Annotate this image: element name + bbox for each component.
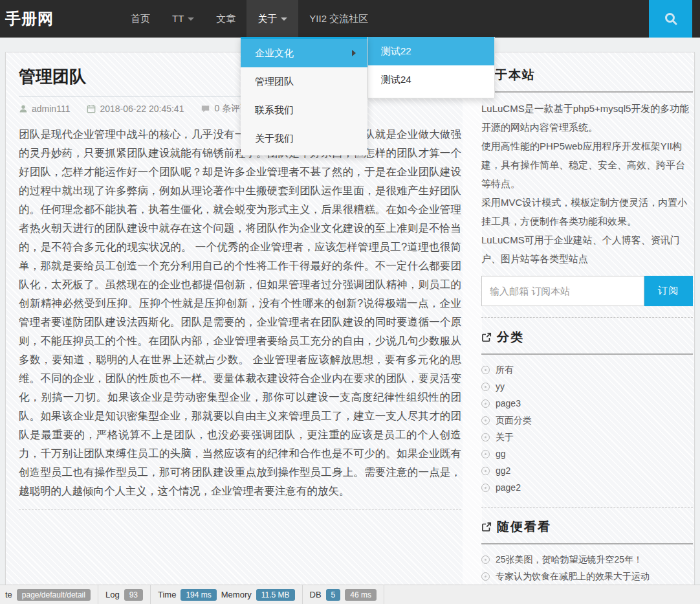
category-item[interactable]: 页面分类	[481, 412, 693, 429]
debug-toolbar: te page/default/detail Log 93 Time 194 m…	[0, 585, 700, 604]
about-site-heading: 关于本站	[481, 67, 693, 93]
nav-item-label: TT	[172, 0, 184, 38]
debug-route-block[interactable]: te page/default/detail	[0, 585, 98, 604]
category-item[interactable]: gg2	[481, 462, 693, 479]
circle-bullet-icon	[481, 399, 490, 408]
sidebar-divider	[481, 507, 693, 508]
submenu-item-label: 测试22	[381, 45, 411, 56]
dropdown-item[interactable]: 联系我们	[241, 96, 367, 124]
submenu-item[interactable]: 测试22	[368, 37, 494, 65]
category-label: yy	[496, 378, 505, 395]
about-site-line: LuLuCMS可用于企业建站、个人博客、资讯门户、图片站等各类型站点	[481, 230, 693, 268]
debug-time-memory-block[interactable]: Time 194 ms Memory 11.5 MB	[151, 585, 303, 604]
subscribe-button[interactable]: 订阅	[644, 276, 693, 306]
nav-item-label: 关于	[257, 0, 277, 38]
category-label: page2	[496, 479, 521, 496]
category-item[interactable]: gg	[481, 445, 693, 462]
circle-bullet-icon	[481, 416, 490, 425]
category-item[interactable]: 所有	[481, 361, 693, 378]
caret-right-icon	[352, 50, 356, 56]
random-label: 专家认为饮食在减肥上的效果大于运动	[496, 568, 650, 585]
author-name[interactable]: admin111	[32, 104, 70, 114]
random-title: 随便看看	[497, 519, 551, 535]
dropdown-item-label: 管理团队	[255, 67, 294, 96]
sidebar-divider	[481, 317, 693, 318]
debug-db-block[interactable]: DB 5 46 ms	[303, 585, 384, 604]
dropdown-item-label: 联系我们	[255, 96, 294, 124]
dropdown-item-label: 企业文化	[255, 39, 294, 67]
categories-title: 分类	[497, 329, 524, 346]
circle-bullet-icon	[481, 572, 490, 581]
submenu-item[interactable]: 测试24	[368, 65, 494, 94]
site-logo[interactable]: 手册网	[5, 0, 54, 38]
db-time-badge: 46 ms	[345, 589, 377, 601]
time-label: Time	[158, 590, 176, 599]
article-divider	[19, 509, 461, 510]
category-label: page3	[496, 395, 521, 412]
category-label: gg	[496, 445, 506, 462]
debug-log-block[interactable]: Log 93	[98, 585, 151, 604]
publish-date: 2018-06-22 20:45:41	[100, 104, 184, 114]
nav-item[interactable]: 首页	[120, 0, 161, 38]
about-site-line: LuLuCMS是一款基于php5+mysql5开发的多功能开源的网站内容管理系统…	[481, 99, 693, 137]
memory-badge: 11.5 MB	[256, 589, 295, 601]
top-navbar: 手册网 首页 TT 文章 关于 YII2 交流社区	[0, 0, 700, 38]
categories-heading: 分类	[481, 329, 693, 355]
log-badge: 93	[124, 589, 143, 601]
categories-list: 所有 yy page3 页面分类	[481, 361, 693, 496]
search-icon	[663, 11, 679, 27]
random-item[interactable]: 专家认为饮食在减肥上的效果大于运动	[481, 568, 693, 585]
circle-bullet-icon	[481, 383, 490, 391]
nav-item-label: YII2 交流社区	[309, 0, 368, 38]
nav-item[interactable]: YII2 交流社区	[298, 0, 379, 38]
main-menu: 首页 TT 文章 关于 YII2 交流社区	[120, 0, 379, 38]
date-meta: 2018-06-22 20:45:41	[87, 104, 184, 114]
category-label: gg2	[496, 462, 510, 479]
category-label: 所有	[496, 361, 514, 378]
caret-down-icon	[188, 17, 194, 21]
random-item[interactable]: 25张美图，贺哈勃望远镜升空25年！	[481, 551, 693, 568]
dropdown-item[interactable]: 管理团队	[241, 67, 367, 96]
category-item[interactable]: yy	[481, 378, 693, 395]
memory-label: Memory	[221, 590, 252, 599]
article-body: 团队是现代企业管理中战斗的核心，几乎没有一个企业不讲团队，似乎团队就是企业做大做…	[19, 125, 461, 500]
circle-bullet-icon	[481, 484, 490, 492]
user-icon	[19, 104, 28, 113]
dropdown-item[interactable]: 关于我们	[241, 124, 367, 153]
circle-bullet-icon	[481, 366, 490, 374]
category-label: 关于	[496, 429, 514, 445]
calendar-icon	[87, 104, 96, 113]
log-label: Log	[105, 590, 120, 599]
about-site-text: LuLuCMS是一款基于php5+mysql5开发的多功能开源的网站内容管理系统…	[481, 99, 693, 268]
dropdown-submenu: 测试22 测试24	[367, 37, 495, 98]
about-site-line: 使用高性能的PHP5web应用程序开发框架YII构建，具有操作简单、稳定、安全、…	[481, 137, 693, 193]
nav-item[interactable]: 关于	[246, 0, 298, 38]
search-button[interactable]	[649, 0, 692, 38]
comment-icon	[201, 104, 210, 113]
time-badge: 194 ms	[180, 589, 216, 601]
random-label: 25张美图，贺哈勃望远镜升空25年！	[496, 551, 642, 568]
nav-item-label: 文章	[216, 0, 235, 38]
category-item[interactable]: 关于	[481, 429, 693, 445]
submenu-item-label: 测试24	[381, 74, 411, 85]
circle-bullet-icon	[481, 467, 490, 475]
nav-item[interactable]: 文章	[205, 0, 246, 38]
about-site-line: 采用MVC设计模式，模板定制方便灵活，内置小挂工具，方便制作各类功能和效果。	[481, 193, 693, 230]
email-input[interactable]	[481, 276, 644, 306]
circle-bullet-icon	[481, 450, 490, 458]
dropdown-item[interactable]: 企业文化	[241, 39, 367, 67]
random-heading: 随便看看	[481, 519, 693, 544]
circle-bullet-icon	[481, 433, 490, 442]
nav-item[interactable]: TT	[161, 0, 205, 38]
category-item[interactable]: page3	[481, 395, 693, 412]
category-item[interactable]: page2	[481, 479, 693, 496]
circle-bullet-icon	[481, 555, 490, 564]
db-label: DB	[310, 590, 322, 599]
db-count-badge: 5	[326, 589, 341, 601]
article: 管理团队 admin111	[6, 52, 468, 510]
author-meta: admin111	[19, 104, 70, 114]
sidebar: 关于本站 LuLuCMS是一款基于php5+mysql5开发的多功能开源的网站内…	[476, 52, 693, 604]
nav-item-label: 首页	[131, 0, 150, 38]
external-link-icon	[481, 332, 492, 342]
subscribe-form: 订阅	[481, 276, 693, 306]
